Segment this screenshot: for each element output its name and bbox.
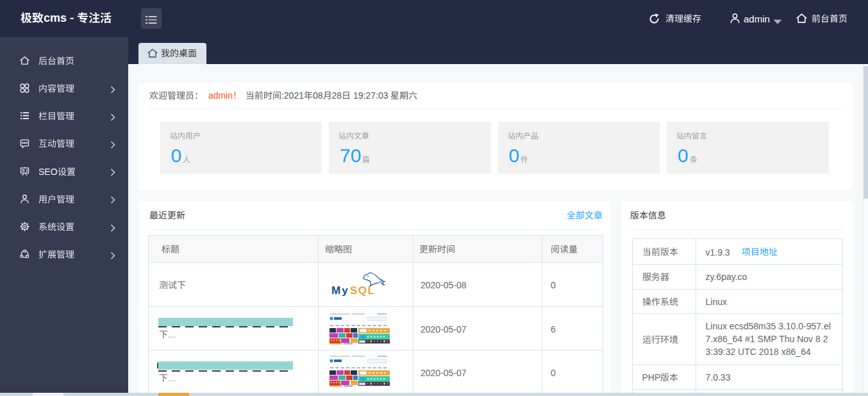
svg-text:My: My (331, 285, 349, 297)
svg-text:SQL: SQL (350, 285, 375, 297)
